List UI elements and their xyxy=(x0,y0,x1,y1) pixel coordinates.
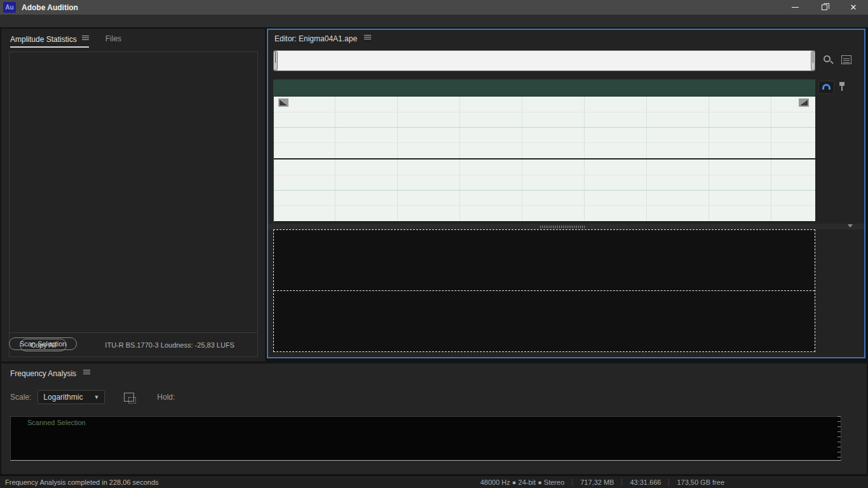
frequency-analysis-panel: Frequency Analysis Scale: Logarithmic ▼ … xyxy=(1,363,867,474)
db-axis-ticks xyxy=(837,416,841,461)
zoom-navigate-icon[interactable] xyxy=(824,55,834,66)
close-icon: ✕ xyxy=(850,3,857,11)
close-button[interactable]: ✕ xyxy=(839,0,868,15)
spectrogram-left-channel[interactable] xyxy=(274,230,815,290)
itu-loudness-text: ITU-R BS.1770-3 Loudness: -25,83 LUFS xyxy=(105,341,234,349)
frequency-analysis-title-label: Frequency Analysis xyxy=(10,369,76,378)
editor-title[interactable]: Editor: Enigma04A1.ape xyxy=(275,34,371,43)
statistics-box: Copy All ITU-R BS.1770-3 Loudness: -25,8… xyxy=(9,51,258,357)
editor-panel: Editor: Enigma04A1.ape xyxy=(267,29,865,358)
frequency-plot[interactable]: Scanned Selection xyxy=(10,416,841,461)
editor-title-label: Editor: Enigma04A1.ape xyxy=(275,34,357,43)
minimize-button[interactable] xyxy=(780,0,810,15)
panel-splitter[interactable] xyxy=(268,224,864,229)
restore-icon xyxy=(822,4,827,10)
app-logo-icon: Au xyxy=(3,2,16,13)
db-scale-left xyxy=(815,97,865,158)
overview-left-handle[interactable] xyxy=(273,51,278,71)
status-message: Frequency Analysis completed in 228,06 s… xyxy=(5,478,159,486)
copy-graph-icon[interactable] xyxy=(124,393,134,402)
menu-bar xyxy=(0,15,868,28)
scan-selection-button[interactable]: Scan Selection xyxy=(9,337,77,350)
splitter-grip[interactable] xyxy=(540,226,586,228)
restore-button[interactable] xyxy=(810,0,839,15)
status-format: 48000 Hz ● 24-bit ● Stereo xyxy=(480,478,565,486)
fade-in-handle[interactable] xyxy=(278,98,288,107)
hold-label: Hold: xyxy=(157,393,175,402)
tab-files[interactable]: Files xyxy=(105,34,121,48)
editor-panel-menu-icon[interactable] xyxy=(364,34,371,41)
headphones-icon xyxy=(822,84,831,90)
playhead-line[interactable] xyxy=(273,97,274,222)
overview-right-handle[interactable] xyxy=(811,51,815,71)
app-title: Adobe Audition xyxy=(22,3,78,12)
status-duration: 43:31.666 xyxy=(630,478,661,486)
tab-amplitude-statistics-label: Amplitude Statistics xyxy=(10,35,77,44)
scale-label: Scale: xyxy=(10,393,31,402)
overview-scrollbar[interactable] xyxy=(273,50,815,71)
db-scale-right xyxy=(815,159,865,221)
timeline-ruler[interactable] xyxy=(273,79,815,97)
waveform-display[interactable] xyxy=(273,97,815,222)
spectral-display[interactable] xyxy=(273,229,815,352)
hz-scale-left xyxy=(815,229,865,289)
scroll-down-icon[interactable] xyxy=(848,224,853,227)
frequency-analysis-title[interactable]: Frequency Analysis xyxy=(1,363,867,378)
monitor-button[interactable] xyxy=(818,81,834,94)
waveform-right-channel[interactable] xyxy=(273,159,815,221)
frequency-panel-menu-icon[interactable] xyxy=(83,369,90,376)
chevron-down-icon: ▼ xyxy=(93,394,99,400)
status-filesize: 717,32 MB xyxy=(580,478,614,486)
fade-out-handle[interactable] xyxy=(799,98,809,107)
panel-menu-icon[interactable] xyxy=(82,34,89,41)
pin-tool-icon[interactable] xyxy=(838,82,846,92)
scale-select-value: Logarithmic xyxy=(43,393,83,402)
tab-amplitude-statistics[interactable]: Amplitude Statistics xyxy=(10,34,89,48)
frequency-axis xyxy=(10,463,841,473)
waveform-left-channel[interactable] xyxy=(273,97,815,158)
scale-select[interactable]: Logarithmic ▼ xyxy=(37,390,105,404)
status-bar: Frequency Analysis completed in 228,06 s… xyxy=(0,475,868,488)
amplitude-statistics-panel: Amplitude Statistics Files Copy All ITU-… xyxy=(1,29,265,362)
status-free-space: 173,50 GB free xyxy=(677,478,724,486)
adobe-audition-window: Au Adobe Audition ✕ Amplitude Statistics… xyxy=(0,0,868,488)
hz-scale-right xyxy=(815,290,865,350)
spectrogram-right-channel[interactable] xyxy=(274,290,815,350)
minimize-icon xyxy=(792,7,799,8)
editor-list-icon[interactable] xyxy=(841,55,851,64)
title-bar: Au Adobe Audition ✕ xyxy=(0,0,868,15)
scanned-selection-label: Scanned Selection xyxy=(27,419,86,426)
overview-waveform[interactable] xyxy=(278,51,811,71)
